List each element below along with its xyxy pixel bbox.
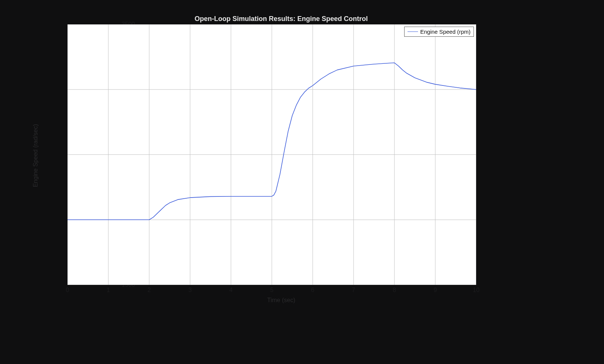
y-axis-label: Engine Speed (rad/sec) bbox=[32, 124, 39, 187]
x-tick: 5 bbox=[270, 287, 274, 294]
legend: Engine Speed (rpm) bbox=[404, 27, 474, 37]
x-tick: 9 bbox=[434, 287, 437, 294]
legend-line-icon bbox=[408, 31, 418, 32]
x-tick: 2 bbox=[148, 287, 151, 294]
x-tick: 4 bbox=[229, 287, 233, 294]
legend-entry: Engine Speed (rpm) bbox=[420, 28, 471, 35]
x-tick: 0 bbox=[66, 287, 69, 294]
x-tick: 1 bbox=[107, 287, 110, 294]
x-tick: 6 bbox=[311, 287, 315, 294]
x-axis-label: Time (sec) bbox=[267, 297, 295, 304]
plot-svg bbox=[67, 24, 476, 285]
x-tick: 3 bbox=[189, 287, 192, 294]
x-tick: 10 bbox=[473, 287, 480, 294]
figure-container: Open-Loop Simulation Results: Engine Spe… bbox=[41, 11, 521, 300]
plot-area: Engine Speed (rpm) bbox=[67, 24, 476, 285]
x-tick: 7 bbox=[352, 287, 355, 294]
x-tick: 8 bbox=[393, 287, 396, 294]
